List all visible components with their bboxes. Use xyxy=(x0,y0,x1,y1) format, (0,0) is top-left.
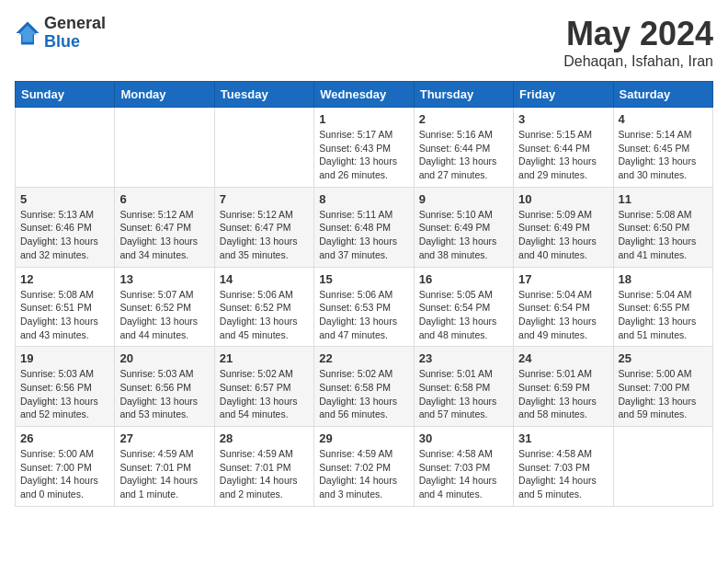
day-info: Sunrise: 5:07 AM Sunset: 6:52 PM Dayligh… xyxy=(119,288,209,342)
day-number: 15 xyxy=(319,272,408,286)
calendar-cell: 13Sunrise: 5:07 AM Sunset: 6:52 PM Dayli… xyxy=(115,267,214,347)
calendar-cell: 14Sunrise: 5:06 AM Sunset: 6:52 PM Dayli… xyxy=(214,267,313,347)
day-number: 10 xyxy=(518,192,608,206)
day-info: Sunrise: 4:59 AM Sunset: 7:01 PM Dayligh… xyxy=(119,447,209,501)
logo-general-text: General xyxy=(44,15,106,33)
day-info: Sunrise: 5:09 AM Sunset: 6:49 PM Dayligh… xyxy=(518,208,608,262)
calendar-cell: 26Sunrise: 5:00 AM Sunset: 7:00 PM Dayli… xyxy=(16,427,115,507)
calendar-cell: 6Sunrise: 5:12 AM Sunset: 6:47 PM Daylig… xyxy=(115,187,214,267)
month-year-title: May 2024 xyxy=(563,15,713,53)
calendar-cell: 8Sunrise: 5:11 AM Sunset: 6:48 PM Daylig… xyxy=(314,187,414,267)
day-info: Sunrise: 5:16 AM Sunset: 6:44 PM Dayligh… xyxy=(419,128,508,182)
calendar-cell: 16Sunrise: 5:05 AM Sunset: 6:54 PM Dayli… xyxy=(414,267,513,347)
calendar-cell: 24Sunrise: 5:01 AM Sunset: 6:59 PM Dayli… xyxy=(514,347,613,427)
day-number: 8 xyxy=(319,192,408,206)
calendar-cell: 31Sunrise: 4:58 AM Sunset: 7:03 PM Dayli… xyxy=(514,427,613,507)
day-info: Sunrise: 5:17 AM Sunset: 6:43 PM Dayligh… xyxy=(319,128,408,182)
day-number: 18 xyxy=(619,272,708,286)
day-info: Sunrise: 5:00 AM Sunset: 7:00 PM Dayligh… xyxy=(20,447,109,501)
day-info: Sunrise: 5:14 AM Sunset: 6:45 PM Dayligh… xyxy=(619,128,708,182)
day-info: Sunrise: 5:05 AM Sunset: 6:54 PM Dayligh… xyxy=(419,288,508,342)
day-info: Sunrise: 5:10 AM Sunset: 6:49 PM Dayligh… xyxy=(419,208,508,262)
calendar-cell: 27Sunrise: 4:59 AM Sunset: 7:01 PM Dayli… xyxy=(115,427,214,507)
calendar-table: SundayMondayTuesdayWednesdayThursdayFrid… xyxy=(15,81,713,507)
day-number: 1 xyxy=(319,112,408,126)
day-number: 23 xyxy=(419,351,508,365)
day-info: Sunrise: 4:58 AM Sunset: 7:03 PM Dayligh… xyxy=(419,447,508,501)
weekday-header-monday: Monday xyxy=(115,82,214,108)
day-number: 14 xyxy=(220,272,309,286)
weekday-header-thursday: Thursday xyxy=(414,82,513,108)
day-number: 25 xyxy=(619,351,708,365)
calendar-cell: 5Sunrise: 5:13 AM Sunset: 6:46 PM Daylig… xyxy=(16,187,115,267)
calendar-cell: 17Sunrise: 5:04 AM Sunset: 6:54 PM Dayli… xyxy=(514,267,613,347)
calendar-cell xyxy=(16,108,115,188)
week-row-5: 26Sunrise: 5:00 AM Sunset: 7:00 PM Dayli… xyxy=(16,427,713,507)
weekday-header-sunday: Sunday xyxy=(16,82,115,108)
week-row-1: 1Sunrise: 5:17 AM Sunset: 6:43 PM Daylig… xyxy=(16,108,713,188)
day-number: 24 xyxy=(518,351,608,365)
day-number: 4 xyxy=(619,112,708,126)
day-number: 20 xyxy=(119,351,209,365)
day-info: Sunrise: 5:12 AM Sunset: 6:47 PM Dayligh… xyxy=(119,208,209,262)
day-number: 9 xyxy=(419,192,508,206)
logo-text: General Blue xyxy=(44,15,106,52)
day-number: 28 xyxy=(220,431,309,445)
day-info: Sunrise: 5:04 AM Sunset: 6:54 PM Dayligh… xyxy=(518,288,608,342)
calendar-cell: 30Sunrise: 4:58 AM Sunset: 7:03 PM Dayli… xyxy=(414,427,513,507)
calendar-cell: 4Sunrise: 5:14 AM Sunset: 6:45 PM Daylig… xyxy=(613,108,712,188)
weekday-header-wednesday: Wednesday xyxy=(314,82,414,108)
day-number: 31 xyxy=(518,431,608,445)
calendar-cell: 9Sunrise: 5:10 AM Sunset: 6:49 PM Daylig… xyxy=(414,187,513,267)
day-number: 26 xyxy=(20,431,109,445)
day-number: 13 xyxy=(119,272,209,286)
calendar-cell: 18Sunrise: 5:04 AM Sunset: 6:55 PM Dayli… xyxy=(613,267,712,347)
calendar-cell: 10Sunrise: 5:09 AM Sunset: 6:49 PM Dayli… xyxy=(514,187,613,267)
day-number: 19 xyxy=(20,351,109,365)
day-number: 29 xyxy=(319,431,408,445)
day-info: Sunrise: 5:15 AM Sunset: 6:44 PM Dayligh… xyxy=(518,128,608,182)
calendar-cell: 19Sunrise: 5:03 AM Sunset: 6:56 PM Dayli… xyxy=(16,347,115,427)
day-number: 16 xyxy=(419,272,508,286)
day-info: Sunrise: 4:58 AM Sunset: 7:03 PM Dayligh… xyxy=(518,447,608,501)
day-info: Sunrise: 5:03 AM Sunset: 6:56 PM Dayligh… xyxy=(20,367,109,421)
weekday-header-saturday: Saturday xyxy=(613,82,712,108)
day-info: Sunrise: 5:11 AM Sunset: 6:48 PM Dayligh… xyxy=(319,208,408,262)
calendar-cell: 20Sunrise: 5:03 AM Sunset: 6:56 PM Dayli… xyxy=(115,347,214,427)
calendar-cell xyxy=(613,427,712,507)
title-block: May 2024 Dehaqan, Isfahan, Iran xyxy=(563,15,713,70)
logo-icon xyxy=(15,20,40,46)
weekday-header-friday: Friday xyxy=(514,82,613,108)
calendar-cell: 29Sunrise: 4:59 AM Sunset: 7:02 PM Dayli… xyxy=(314,427,414,507)
logo-blue-text: Blue xyxy=(44,33,106,52)
day-number: 5 xyxy=(20,192,109,206)
day-number: 30 xyxy=(419,431,508,445)
calendar-cell: 2Sunrise: 5:16 AM Sunset: 6:44 PM Daylig… xyxy=(414,108,513,188)
week-row-2: 5Sunrise: 5:13 AM Sunset: 6:46 PM Daylig… xyxy=(16,187,713,267)
day-number: 22 xyxy=(319,351,408,365)
week-row-3: 12Sunrise: 5:08 AM Sunset: 6:51 PM Dayli… xyxy=(16,267,713,347)
day-info: Sunrise: 5:13 AM Sunset: 6:46 PM Dayligh… xyxy=(20,208,109,262)
day-info: Sunrise: 4:59 AM Sunset: 7:01 PM Dayligh… xyxy=(220,447,309,501)
day-info: Sunrise: 5:08 AM Sunset: 6:51 PM Dayligh… xyxy=(20,288,109,342)
weekday-header-row: SundayMondayTuesdayWednesdayThursdayFrid… xyxy=(16,82,713,108)
calendar-cell: 7Sunrise: 5:12 AM Sunset: 6:47 PM Daylig… xyxy=(214,187,313,267)
day-number: 6 xyxy=(119,192,209,206)
calendar-cell: 21Sunrise: 5:02 AM Sunset: 6:57 PM Dayli… xyxy=(214,347,313,427)
calendar-cell: 28Sunrise: 4:59 AM Sunset: 7:01 PM Dayli… xyxy=(214,427,313,507)
day-info: Sunrise: 5:08 AM Sunset: 6:50 PM Dayligh… xyxy=(619,208,708,262)
day-number: 21 xyxy=(220,351,309,365)
calendar-cell: 3Sunrise: 5:15 AM Sunset: 6:44 PM Daylig… xyxy=(514,108,613,188)
weekday-header-tuesday: Tuesday xyxy=(214,82,313,108)
calendar-cell xyxy=(214,108,313,188)
calendar-cell: 11Sunrise: 5:08 AM Sunset: 6:50 PM Dayli… xyxy=(613,187,712,267)
day-number: 7 xyxy=(220,192,309,206)
calendar-cell: 23Sunrise: 5:01 AM Sunset: 6:58 PM Dayli… xyxy=(414,347,513,427)
location-subtitle: Dehaqan, Isfahan, Iran xyxy=(563,53,713,70)
day-info: Sunrise: 5:06 AM Sunset: 6:52 PM Dayligh… xyxy=(220,288,309,342)
week-row-4: 19Sunrise: 5:03 AM Sunset: 6:56 PM Dayli… xyxy=(16,347,713,427)
day-info: Sunrise: 5:12 AM Sunset: 6:47 PM Dayligh… xyxy=(220,208,309,262)
calendar-cell xyxy=(115,108,214,188)
day-number: 11 xyxy=(619,192,708,206)
calendar-cell: 22Sunrise: 5:02 AM Sunset: 6:58 PM Dayli… xyxy=(314,347,414,427)
